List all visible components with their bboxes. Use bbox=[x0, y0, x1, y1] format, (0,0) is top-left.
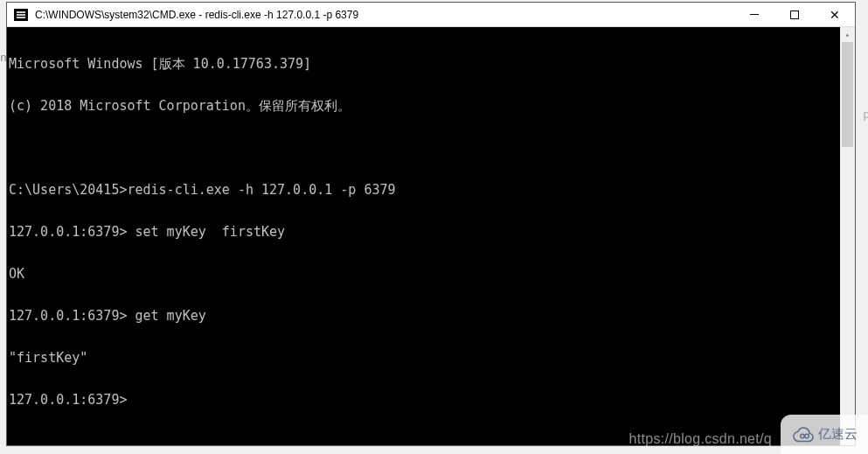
close-button[interactable]: ✕ bbox=[815, 3, 855, 26]
cmd-icon bbox=[14, 9, 28, 21]
window-title: C:\WINDOWS\system32\CMD.exe - redis-cli.… bbox=[33, 9, 734, 21]
terminal-line: Microsoft Windows [版本 10.0.17763.379] bbox=[9, 57, 855, 71]
terminal-line: 127.0.0.1:6379> bbox=[9, 393, 855, 407]
window-controls: ✕ bbox=[734, 3, 855, 26]
minimize-icon bbox=[750, 14, 759, 15]
terminal-line: (c) 2018 Microsoft Corporation。保留所有权利。 bbox=[9, 99, 855, 113]
terminal-line: 127.0.0.1:6379> get myKey bbox=[9, 309, 855, 323]
cloud-icon bbox=[792, 426, 815, 444]
titlebar[interactable]: C:\WINDOWS\system32\CMD.exe - redis-cli.… bbox=[7, 3, 855, 27]
scrollbar-vertical[interactable]: ▴ ▾ bbox=[840, 27, 855, 445]
svg-point-0 bbox=[800, 434, 804, 438]
svg-point-1 bbox=[804, 434, 809, 438]
scroll-up-icon[interactable]: ▴ bbox=[840, 27, 855, 42]
terminal-line: OK bbox=[9, 267, 855, 281]
watermark-url: https://blog.csdn.net/q bbox=[629, 431, 772, 447]
scroll-track[interactable] bbox=[840, 42, 855, 430]
bg-fragment-right: p bbox=[863, 108, 868, 121]
maximize-button[interactable] bbox=[774, 3, 815, 26]
terminal-line bbox=[9, 141, 855, 155]
watermark-badge: 亿速云 bbox=[781, 415, 868, 454]
close-icon: ✕ bbox=[830, 9, 840, 21]
scroll-thumb[interactable] bbox=[842, 42, 853, 147]
terminal-line: C:\Users\20415>redis-cli.exe -h 127.0.0.… bbox=[9, 183, 855, 197]
maximize-icon bbox=[790, 10, 799, 19]
terminal-line: 127.0.0.1:6379> set myKey firstKey bbox=[9, 225, 855, 239]
minimize-button[interactable] bbox=[734, 3, 774, 26]
terminal-line: "firstKey" bbox=[9, 351, 855, 365]
watermark-brand-text: 亿速云 bbox=[818, 426, 858, 443]
terminal-area[interactable]: Microsoft Windows [版本 10.0.17763.379] (c… bbox=[7, 27, 855, 445]
cmd-window: C:\WINDOWS\system32\CMD.exe - redis-cli.… bbox=[6, 2, 856, 446]
